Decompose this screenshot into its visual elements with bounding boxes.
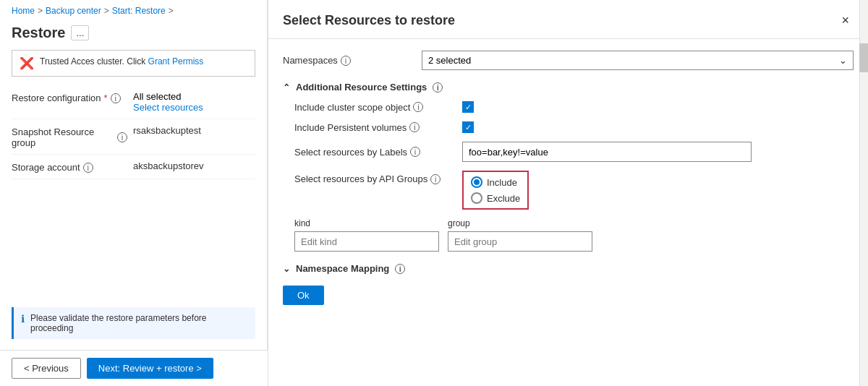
additional-settings-label: Additional Resource Settings	[296, 82, 427, 93]
select-by-api-groups-row: Select resources by API Groups i Include	[294, 171, 854, 210]
include-persistent-volumes-label: Include Persistent volumes i	[294, 122, 454, 133]
modal-panel: Select Resources to restore × Namespaces…	[268, 0, 868, 386]
grant-permission-link[interactable]: Grant Permiss	[148, 56, 204, 67]
include-cluster-scope-checkbox[interactable]	[462, 101, 474, 113]
include-persistent-volumes-info-icon[interactable]: i	[409, 122, 420, 132]
select-by-api-groups-info-icon[interactable]: i	[430, 174, 441, 184]
include-cluster-scope-info-icon[interactable]: i	[413, 102, 423, 112]
kind-col: kind	[294, 218, 439, 252]
info-bar-text: Please validate the restore parameters b…	[30, 313, 248, 333]
kind-group-row: kind group	[294, 218, 854, 252]
radio-include-button[interactable]	[471, 176, 482, 188]
storage-account-value: aksbackupstorev	[133, 160, 204, 171]
breadcrumb-home[interactable]: Home	[12, 6, 35, 16]
storage-account-info-icon[interactable]: i	[83, 163, 93, 173]
modal-header: Select Resources to restore ×	[268, 0, 868, 39]
collapse-icon: ⌃	[283, 82, 290, 93]
select-resources-link[interactable]: Select resources	[133, 102, 203, 113]
breadcrumb-backup-center[interactable]: Backup center	[46, 6, 101, 16]
breadcrumb-sep3: >	[169, 6, 174, 16]
radio-exclude-item[interactable]: Exclude	[471, 192, 520, 204]
warning-box: ❌ Trusted Acces cluster. Click Grant Per…	[12, 50, 255, 77]
restore-config-info-icon[interactable]: i	[111, 93, 121, 103]
namespaces-value: 2 selected	[428, 55, 471, 66]
include-persistent-volumes-row: Include Persistent volumes i	[294, 121, 854, 133]
radio-group: Include Exclude	[471, 176, 520, 204]
snapshot-rg-value: rsaksbackuptest	[133, 125, 201, 136]
radio-include-label: Include	[487, 177, 517, 188]
ok-button[interactable]: Ok	[283, 286, 324, 305]
storage-account-row: Storage account i aksbackupstorev	[12, 155, 255, 179]
resource-settings: Include cluster scope object i Include P…	[283, 101, 854, 252]
select-by-api-groups-label: Select resources by API Groups i	[294, 171, 454, 184]
previous-button[interactable]: < Previous	[12, 358, 81, 379]
close-modal-button[interactable]: ×	[837, 12, 854, 30]
namespaces-info-icon[interactable]: i	[341, 56, 351, 66]
modal-title: Select Resources to restore	[283, 13, 455, 28]
namespace-mapping-label: Namespace Mapping	[296, 263, 389, 274]
page-title: Restore	[12, 25, 65, 41]
warning-icon: ❌	[20, 56, 34, 70]
include-cluster-scope-row: Include cluster scope object i	[294, 101, 854, 113]
info-bar: ℹ Please validate the restore parameters…	[12, 307, 255, 339]
scroll-thumb[interactable]	[859, 43, 868, 72]
group-label: group	[448, 218, 592, 228]
modal-body: Namespaces i 2 selected ⌄ ⌃ Additional R…	[268, 39, 868, 386]
snapshot-rg-info-icon[interactable]: i	[117, 132, 127, 142]
breadcrumb-sep2: >	[104, 6, 109, 16]
radio-highlight-box: Include Exclude	[462, 171, 529, 210]
additional-settings-header[interactable]: ⌃ Additional Resource Settings i	[283, 82, 854, 93]
group-input[interactable]	[448, 231, 592, 252]
form-section: Restore configuration * i All selected S…	[0, 85, 267, 299]
bottom-nav: < Previous Next: Review + restore >	[0, 350, 268, 386]
storage-account-label: Storage account i	[12, 160, 127, 173]
select-by-labels-row: Select resources by Labels i	[294, 142, 854, 162]
restore-config-row: Restore configuration * i All selected S…	[12, 85, 255, 119]
namespaces-row: Namespaces i 2 selected ⌄	[283, 51, 854, 70]
namespace-mapping-header[interactable]: ⌄ Namespace Mapping i	[283, 263, 854, 274]
include-cluster-scope-label: Include cluster scope object i	[294, 102, 454, 113]
additional-settings-info-icon[interactable]: i	[433, 82, 443, 93]
snapshot-rg-row: Snapshot Resource group i rsaksbackuptes…	[12, 119, 255, 155]
page-title-row: Restore ...	[0, 22, 267, 50]
warning-text: Trusted Acces cluster. Click Grant Permi…	[40, 56, 203, 70]
next-button[interactable]: Next: Review + restore >	[87, 358, 213, 379]
restore-config-label: Restore configuration * i	[12, 91, 127, 103]
info-bar-icon: ℹ	[21, 313, 25, 325]
namespaces-label: Namespaces i	[283, 55, 413, 66]
breadcrumb-start-restore[interactable]: Start: Restore	[112, 6, 166, 16]
api-groups-radio-group: Include Exclude	[462, 171, 529, 210]
left-panel: Home > Backup center > Start: Restore > …	[0, 0, 268, 386]
kind-label: kind	[294, 218, 439, 228]
scrollbar[interactable]	[859, 0, 868, 386]
namespace-mapping-info-icon[interactable]: i	[395, 264, 405, 274]
include-persistent-volumes-checkbox[interactable]	[462, 121, 474, 133]
ns-mapping-collapse-icon: ⌄	[283, 264, 290, 274]
more-options-button[interactable]: ...	[71, 25, 89, 40]
radio-exclude-label: Exclude	[487, 193, 520, 204]
restore-config-value: All selected Select resources	[133, 91, 203, 113]
radio-include-item[interactable]: Include	[471, 176, 520, 188]
select-by-labels-input[interactable]	[462, 142, 752, 162]
group-col: group	[448, 218, 592, 252]
breadcrumb-sep1: >	[38, 6, 43, 16]
kind-input[interactable]	[294, 231, 439, 252]
snapshot-rg-label: Snapshot Resource group i	[12, 125, 127, 148]
select-by-labels-label: Select resources by Labels i	[294, 147, 454, 158]
select-by-labels-info-icon[interactable]: i	[410, 147, 420, 157]
namespaces-dropdown-arrow: ⌄	[839, 55, 847, 66]
breadcrumb: Home > Backup center > Start: Restore >	[0, 0, 267, 22]
radio-exclude-button[interactable]	[471, 192, 482, 204]
namespaces-dropdown[interactable]: 2 selected ⌄	[422, 51, 854, 70]
